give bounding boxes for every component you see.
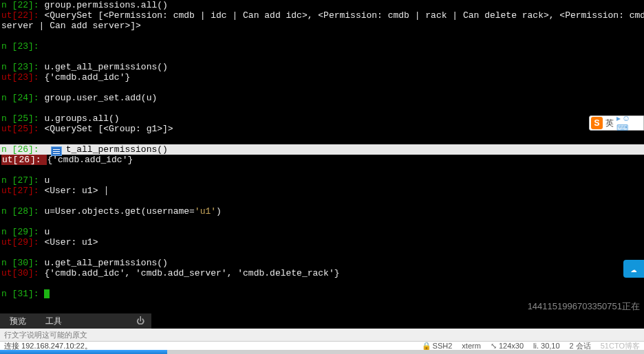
terminal-line [0,52,644,62]
terminal-line [0,247,644,258]
code-text: <User: u1> [44,186,98,196]
terminal-line [0,82,644,93]
code-text: <QuerySet [<Group: g1>]> [44,124,173,134]
line-number: 23 [17,62,28,72]
terminal-line: ut[26]: {'cmdb.add_idc'} [0,155,644,165]
prompt-label: n [ [1,258,17,268]
terminal-line: n [24]: group.user_set.add(u) [0,93,644,103]
status-ssh: 🔒SSH2 [422,342,453,351]
line-number: 29 [17,227,28,237]
terminal-line: ut[22]: <QuerySet [<Permission: cmdb | i… [0,10,644,21]
block-cursor [44,289,50,298]
watermark-text: 1441151996703350751正在 [528,300,640,313]
terminal-line: n [30]: u.get_all_permissions() [0,258,644,268]
terminal-line: n [22]: group.permissions.all() [0,0,644,10]
status-position: li. 30,10 [533,342,560,350]
line-number: 26 [19,155,30,165]
string-literal: 'u1' [195,206,216,217]
code-text: u [44,175,50,186]
progress-bar[interactable] [0,350,644,354]
message-strip: 行文字说明这可能的原文 [0,329,644,342]
tab-preview[interactable]: 预览 [0,313,36,329]
prompt-label: ut[ [1,10,17,21]
terminal-line [0,165,644,175]
prompt-label: ut[ [1,237,17,247]
code-text: u [44,227,50,237]
terminal-line [0,103,644,113]
line-number: 27 [17,186,28,196]
terminal-line [0,278,644,289]
ime-options-icon: ▸☺⌨ [616,113,643,133]
bottom-toolbar: 预览 工具 ⏻ [0,313,151,329]
line-number: 23 [17,41,28,52]
code-text: {'cmdb.add_idc', 'cmdb.add_server', 'cmd… [44,268,339,278]
code-text: <QuerySet [<Permission: cmdb | idc | Can… [44,10,644,21]
terminal-line: ut[30]: {'cmdb.add_idc', 'cmdb.add_serve… [0,268,644,278]
code-text: u.get_all_permissions() [44,62,167,72]
line-number: 27 [17,175,28,186]
code-text: {'cmdb.add_idc'} [44,72,130,82]
ime-lang: 英 [605,118,614,129]
code-text: {'cmdb.add_idc'} [47,155,133,165]
prompt-label: n [ [1,113,17,124]
terminal-line [0,31,644,41]
prompt-label: n [ [1,62,17,72]
prompt-label: ut[ [1,124,17,134]
power-button[interactable]: ⏻ [129,313,151,329]
line-number: 28 [17,206,28,217]
line-number: 29 [17,237,28,247]
line-number: 23 [17,72,28,82]
line-number: 25 [17,124,28,134]
text-cursor [106,186,107,195]
terminal-output[interactable]: n [22]: group.permissions.all()ut[22]: <… [0,0,644,313]
line-number: 30 [17,268,28,278]
line-number: 22 [17,10,28,21]
code-text: group.permissions.all() [44,0,167,10]
status-term: xterm [462,342,481,350]
progress-fill [0,350,167,354]
prompt-label: n [ [1,206,17,217]
ime-badge[interactable]: S 英 ▸☺⌨ [589,115,644,131]
line-number: 30 [17,258,28,268]
resize-icon: ⤡ [491,342,499,350]
status-size: ⤡ 124x30 [491,342,524,351]
prompt-label: ut[ [1,155,19,165]
prompt-label: n [ [1,0,17,10]
terminal-line: ut[25]: <QuerySet [<Group: g1>]> [0,124,644,134]
line-number: 25 [17,113,28,124]
terminal-line: n [25]: u.groups.all() [0,113,644,124]
terminal-line: server | Can add server>]> [0,21,644,31]
terminal-line: ut[23]: {'cmdb.add_idc'} [0,72,644,82]
line-number: 24 [17,93,28,103]
ime-logo-icon: S [591,117,603,129]
code-text: u.get_all_permissions() [44,258,167,268]
terminal-line: ut[27]: <User: u1> [0,186,644,196]
code-text: u.groups.all() [44,113,119,124]
cloud-sync-icon[interactable]: ☁ [623,260,644,278]
prompt-label: ut[ [1,268,17,278]
terminal-line [0,196,644,206]
prompt-label: ut[ [1,186,17,196]
prompt-label: n [ [1,175,17,186]
terminal-line [0,134,644,144]
code-text: <User: u1> [44,237,98,247]
select-mode-icon [51,146,62,156]
code-text: group.user_set.add(u) [44,93,157,103]
prompt-label: n [ [1,289,17,299]
terminal-line: n [26]: u.get_all_permissions() [0,144,644,155]
selected-text: t_all_permissions() [66,144,168,155]
lock-icon: 🔒 [422,342,431,350]
terminal-line: n [28]: u=User.objects.get(username='u1'… [0,206,644,217]
tab-tools[interactable]: 工具 [36,313,72,329]
terminal-line: n [23]: u.get_all_permissions() [0,62,644,72]
prompt-label: n [ [1,93,17,103]
prompt-label: ut[ [1,72,17,82]
terminal-line: ut[29]: <User: u1> [0,237,644,247]
terminal-line [0,217,644,227]
line-number: 26 [17,144,28,155]
terminal-line: n [27]: u [0,175,644,186]
message-strip-text: 行文字说明这可能的原文 [4,330,87,340]
prompt-label: n [ [1,41,17,52]
line-number: 31 [17,289,28,299]
prompt-label: n [ [1,144,17,155]
